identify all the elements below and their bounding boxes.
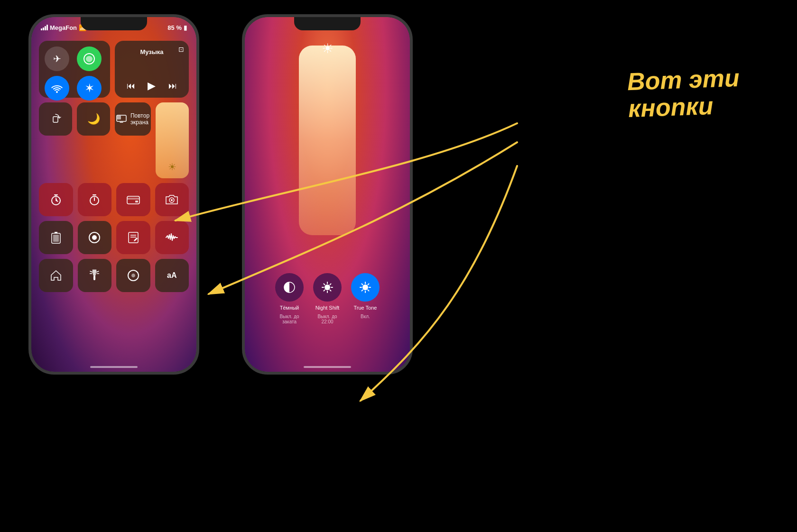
svg-point-10 xyxy=(171,199,173,201)
control-center: ✈ ✶ ⊡ Музы xyxy=(39,41,189,358)
battery-icon: ▮ xyxy=(184,24,187,31)
cc-row2: 🌙 Повтор экрана ☀ xyxy=(39,102,189,178)
svg-rect-7 xyxy=(127,198,139,200)
svg-line-27 xyxy=(330,284,331,284)
night-shift-container: Night Shift Выкл. до 22:00 xyxy=(313,273,342,324)
svg-rect-3 xyxy=(117,116,121,119)
svg-line-26 xyxy=(330,290,331,291)
screen-mirror-button[interactable]: Повтор экрана xyxy=(115,102,151,136)
dark-mode-button[interactable] xyxy=(275,273,304,302)
brightness-icon: ☀ xyxy=(168,161,176,173)
phone1-screen: MegaFon 📶 85 % ▮ ✈ xyxy=(31,17,196,372)
annotation-line1: Вот эти xyxy=(627,64,740,95)
true-tone-label: True Tone xyxy=(354,304,377,311)
cellular-data-button[interactable] xyxy=(77,46,102,71)
svg-rect-8 xyxy=(135,201,138,202)
music-next-button[interactable]: ⏭ xyxy=(168,81,177,91)
svg-line-37 xyxy=(362,290,363,291)
status-left: MegaFon 📶 xyxy=(41,24,86,31)
dark-mode-label: Тёмный xyxy=(280,304,299,311)
cc-connectivity-panel: ✈ ✶ xyxy=(39,41,110,98)
cc-music-panel: ⊡ Музыка ⏮ ▶ ⏭ xyxy=(115,41,189,98)
phone1: MegaFon 📶 85 % ▮ ✈ xyxy=(28,14,199,375)
battery-button[interactable] xyxy=(39,221,73,254)
svg-line-35 xyxy=(368,290,369,291)
battery-percent: 85 % xyxy=(167,24,182,31)
flashlight-button[interactable] xyxy=(78,259,112,292)
true-tone-container: True Tone Вкл. xyxy=(351,273,380,319)
airplay-icon: ⊡ xyxy=(178,46,184,53)
cc-top-row: ✈ ✶ ⊡ Музы xyxy=(39,41,189,98)
brightness-panel[interactable] xyxy=(299,46,356,235)
wifi-button[interactable] xyxy=(45,76,69,101)
brightness-slider[interactable]: ☀ xyxy=(156,102,189,178)
carrier-name: MegaFon xyxy=(50,24,77,31)
text-size-button[interactable]: aA xyxy=(155,259,189,292)
phone1-home-bar xyxy=(90,366,138,368)
svg-point-20 xyxy=(324,284,330,290)
phone2: ☀ Тёмный Выкл. до заката xyxy=(242,14,413,375)
status-right: 85 % ▮ xyxy=(167,24,187,31)
svg-point-14 xyxy=(92,235,97,240)
music-controls: ⏮ ▶ ⏭ xyxy=(120,80,183,92)
screen-record-button[interactable] xyxy=(78,221,112,254)
true-tone-sublabel: Вкл. xyxy=(361,314,370,319)
dark-mode-sublabel: Выкл. до заката xyxy=(275,314,304,324)
cc-row3 xyxy=(39,183,189,216)
music-play-button[interactable]: ▶ xyxy=(148,80,156,92)
svg-rect-1 xyxy=(53,117,58,122)
svg-line-25 xyxy=(324,284,325,284)
svg-point-29 xyxy=(362,284,368,290)
night-shift-button[interactable] xyxy=(313,273,342,302)
signal-bars xyxy=(41,25,48,30)
timer-button[interactable] xyxy=(39,183,73,216)
wallet-button[interactable] xyxy=(116,183,150,216)
svg-line-34 xyxy=(362,284,363,284)
phone2-screen: ☀ Тёмный Выкл. до заката xyxy=(245,17,410,372)
svg-line-36 xyxy=(368,284,369,284)
camera-button[interactable] xyxy=(155,183,189,216)
annotation-text: Вот эти кнопки xyxy=(627,64,741,123)
phone2-home-bar xyxy=(304,366,351,368)
svg-line-28 xyxy=(324,290,325,291)
sun-icon-top: ☀ xyxy=(322,41,334,56)
svg-rect-6 xyxy=(127,196,139,204)
cc-row4 xyxy=(39,221,189,254)
music-title: Музыка xyxy=(120,48,183,55)
true-tone-button[interactable] xyxy=(351,273,380,302)
airplane-mode-button[interactable]: ✈ xyxy=(45,46,69,71)
do-not-disturb-button[interactable]: 🌙 xyxy=(77,102,110,136)
phone1-notch xyxy=(81,17,147,30)
music-prev-button[interactable]: ⏮ xyxy=(127,81,135,91)
night-shift-label: Night Shift xyxy=(315,304,340,311)
night-shift-sublabel: Выкл. до 22:00 xyxy=(313,314,342,324)
dark-mode-container: Тёмный Выкл. до заката xyxy=(275,273,304,324)
svg-rect-12 xyxy=(53,235,59,242)
screen-mirror-label: Повтор экрана xyxy=(130,112,149,126)
rotation-lock-button[interactable] xyxy=(39,102,72,136)
stopwatch-button[interactable] xyxy=(78,183,112,216)
annotation-line2: кнопки xyxy=(628,92,741,122)
phone2-notch xyxy=(294,17,361,30)
bottom-buttons-row: Тёмный Выкл. до заката xyxy=(275,273,380,324)
notes-button[interactable] xyxy=(116,221,150,254)
home-button[interactable] xyxy=(39,259,73,292)
accessibility-button[interactable] xyxy=(116,259,150,292)
bluetooth-button[interactable]: ✶ xyxy=(77,76,102,101)
text-size-label: aA xyxy=(167,271,176,280)
svg-marker-16 xyxy=(93,270,96,275)
cc-row5: aA xyxy=(39,259,189,292)
svg-rect-17 xyxy=(93,275,95,280)
voice-memo-button[interactable] xyxy=(155,221,189,254)
